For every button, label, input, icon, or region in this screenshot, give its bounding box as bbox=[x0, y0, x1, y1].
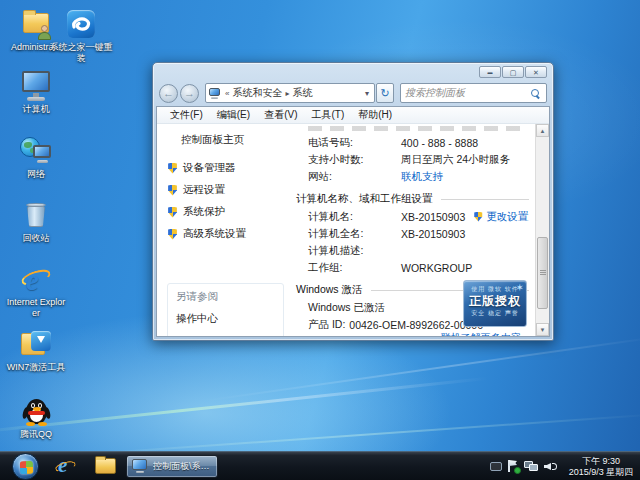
system-control-panel-window: ▬ ▢ ✕ ← → « 系统和安全 ▸ 系统 ▾ ↻ 搜索控制面板 bbox=[152, 62, 554, 341]
desktop-icon-win7-activator[interactable]: WIN7激活工具 bbox=[5, 328, 67, 373]
field-value: 周日至周六 24小时服务 bbox=[401, 153, 510, 167]
search-icon bbox=[531, 89, 540, 98]
taskbar-windows-explorer[interactable] bbox=[94, 456, 118, 477]
scrollbar-track[interactable] bbox=[536, 137, 549, 323]
taskbar: e 控制面板\系统和... 下午 9:30 bbox=[0, 451, 640, 480]
start-button[interactable] bbox=[12, 453, 39, 480]
desktop-icon-qq[interactable]: 腾讯QQ bbox=[5, 395, 67, 440]
refresh-icon: ↻ bbox=[380, 87, 389, 99]
computer-name-row: 计算机名: XB-20150903 更改设置 bbox=[296, 208, 531, 225]
see-also-section: 另请参阅 操作中心 Windows Update 性能信息和工具 bbox=[167, 283, 284, 336]
address-bar[interactable]: « 系统和安全 ▸ 系统 ▾ bbox=[205, 83, 375, 103]
sidebar-item-action-center[interactable]: 操作中心 bbox=[176, 312, 283, 326]
forward-button[interactable]: → bbox=[180, 84, 199, 103]
refresh-button[interactable]: ↻ bbox=[376, 83, 394, 103]
win7-activator-icon bbox=[19, 328, 53, 360]
menu-edit[interactable]: 编辑(E) bbox=[210, 108, 257, 122]
recycle-bin-icon bbox=[19, 199, 53, 231]
desktop-icon-label: 计算机 bbox=[5, 104, 67, 115]
uac-shield-icon bbox=[167, 229, 178, 240]
computer-icon bbox=[19, 70, 53, 102]
sidebar-item-windows-update[interactable]: Windows Update bbox=[176, 334, 283, 336]
clock-date: 2015/9/3 星期四 bbox=[564, 467, 638, 478]
field-value: XB-20150903 bbox=[401, 211, 465, 223]
field-label: 支持小时数: bbox=[308, 153, 401, 167]
field-label: 产品 ID: bbox=[308, 318, 345, 332]
desktop-icon-computer[interactable]: 计算机 bbox=[5, 70, 67, 115]
sidebar-item-device-manager[interactable]: 设备管理器 bbox=[167, 161, 290, 175]
close-icon: ✕ bbox=[533, 69, 539, 76]
close-button[interactable]: ✕ bbox=[525, 66, 547, 78]
network-icon bbox=[19, 135, 53, 167]
field-label: 工作组: bbox=[308, 261, 401, 275]
support-row-website: 网站: 联机支持 bbox=[296, 168, 531, 185]
navigation-bar: ← → « 系统和安全 ▸ 系统 ▾ ↻ 搜索控制面板 bbox=[153, 80, 553, 106]
support-row-phone: 电话号码: 400 - 888 - 8888 bbox=[296, 134, 531, 151]
back-button[interactable]: ← bbox=[159, 84, 178, 103]
vertical-scrollbar[interactable]: ▲ ▼ bbox=[535, 124, 549, 336]
change-settings-link[interactable]: 更改设置 bbox=[486, 210, 528, 224]
desktop-icon-label: 腾讯QQ bbox=[5, 429, 67, 440]
window-client-area: 文件(F) 编辑(E) 查看(V) 工具(T) 帮助(H) 控制面板主页 设备管… bbox=[156, 106, 550, 337]
volume-tray-icon[interactable] bbox=[544, 460, 558, 473]
menu-view[interactable]: 查看(V) bbox=[257, 108, 304, 122]
computer-fullname-row: 计算机全名: XB-20150903 bbox=[296, 225, 531, 242]
minimize-button[interactable]: ▬ bbox=[479, 66, 501, 78]
show-hidden-icons-button[interactable] bbox=[490, 462, 502, 471]
menu-help[interactable]: 帮助(H) bbox=[351, 108, 399, 122]
sidebar-item-label: 系统保护 bbox=[183, 205, 225, 219]
task-button-label: 控制面板\系统和... bbox=[153, 460, 212, 473]
genuine-windows-badge[interactable]: 使用 微软 软件 正版授权 安全 稳定 声誉 ✶ bbox=[463, 280, 527, 327]
desktop-icon-network[interactable]: 网络 bbox=[5, 135, 67, 180]
maximize-button[interactable]: ▢ bbox=[502, 66, 524, 78]
folder-icon bbox=[95, 458, 116, 474]
maximize-icon: ▢ bbox=[510, 69, 517, 76]
computer-description-row: 计算机描述: bbox=[296, 242, 531, 259]
computer-name-section-title: 计算机名称、域和工作组设置 bbox=[296, 190, 531, 208]
taskbar-task-control-panel[interactable]: 控制面板\系统和... bbox=[126, 455, 218, 478]
titlebar[interactable]: ▬ ▢ ✕ bbox=[153, 63, 553, 80]
badge-star-icon: ✶ bbox=[516, 282, 524, 293]
menu-bar: 文件(F) 编辑(E) 查看(V) 工具(T) 帮助(H) bbox=[157, 107, 549, 124]
desktop-icon-onekey-reinstall[interactable]: 系统之家一键重装 bbox=[46, 8, 116, 64]
sidebar: 控制面板主页 设备管理器 远程设置 系统保护 bbox=[157, 124, 290, 336]
uac-shield-icon bbox=[167, 163, 178, 174]
menu-file[interactable]: 文件(F) bbox=[163, 108, 210, 122]
desktop-icon-internet-explorer[interactable]: e Internet Explorer bbox=[5, 263, 67, 319]
workgroup-row: 工作组: WORKGROUP bbox=[296, 259, 531, 276]
scrollbar-thumb[interactable] bbox=[537, 237, 548, 309]
uac-shield-icon bbox=[167, 207, 178, 218]
network-tray-icon[interactable] bbox=[524, 460, 539, 473]
field-label: 计算机名: bbox=[308, 210, 401, 224]
sidebar-item-remote-settings[interactable]: 远程设置 bbox=[167, 183, 290, 197]
sidebar-item-control-panel-home[interactable]: 控制面板主页 bbox=[181, 133, 290, 147]
action-center-icon[interactable] bbox=[507, 460, 519, 473]
address-dropdown-icon[interactable]: ▾ bbox=[362, 89, 372, 98]
breadcrumb-system[interactable]: 系统 bbox=[289, 86, 315, 100]
menu-tools[interactable]: 工具(T) bbox=[304, 108, 351, 122]
learn-more-online-link[interactable]: 联机了解更多内容... bbox=[441, 331, 529, 336]
online-support-link[interactable]: 联机支持 bbox=[401, 170, 443, 184]
uac-shield-icon bbox=[473, 212, 483, 222]
desktop-icon-recycle-bin[interactable]: 回收站 bbox=[5, 199, 67, 244]
taskbar-internet-explorer[interactable]: e bbox=[54, 456, 78, 477]
field-label: 网站: bbox=[308, 170, 401, 184]
breadcrumb-system-security[interactable]: 系统和安全 bbox=[229, 86, 285, 100]
change-settings[interactable]: 更改设置 bbox=[473, 210, 528, 224]
forward-icon: → bbox=[184, 87, 195, 99]
scroll-down-button[interactable]: ▼ bbox=[536, 323, 549, 336]
system-window-icon bbox=[132, 459, 149, 474]
taskbar-clock[interactable]: 下午 9:30 2015/9/3 星期四 bbox=[564, 456, 638, 478]
sidebar-item-advanced-system-settings[interactable]: 高级系统设置 bbox=[167, 227, 290, 241]
sidebar-item-system-protection[interactable]: 系统保护 bbox=[167, 205, 290, 219]
internet-explorer-icon: e bbox=[19, 263, 53, 295]
field-label: 电话号码: bbox=[308, 136, 401, 150]
scroll-up-button[interactable]: ▲ bbox=[536, 124, 549, 137]
search-box[interactable]: 搜索控制面板 bbox=[400, 83, 547, 103]
qq-icon bbox=[19, 395, 53, 427]
field-value: 400 - 888 - 8888 bbox=[401, 137, 478, 149]
sidebar-item-label: 高级系统设置 bbox=[183, 227, 246, 241]
support-row-hours: 支持小时数: 周日至周六 24小时服务 bbox=[296, 151, 531, 168]
desktop-icon-label: 回收站 bbox=[5, 233, 67, 244]
windows-logo-icon bbox=[20, 461, 33, 474]
